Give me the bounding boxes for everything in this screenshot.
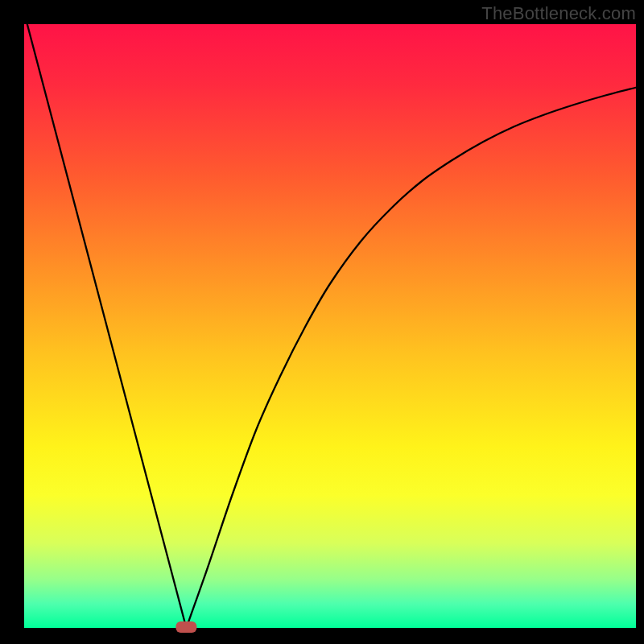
min-marker	[175, 621, 196, 633]
chart-svg	[0, 0, 644, 644]
chart-frame: TheBottleneck.com	[0, 0, 644, 644]
attribution-label: TheBottleneck.com	[481, 3, 636, 24]
